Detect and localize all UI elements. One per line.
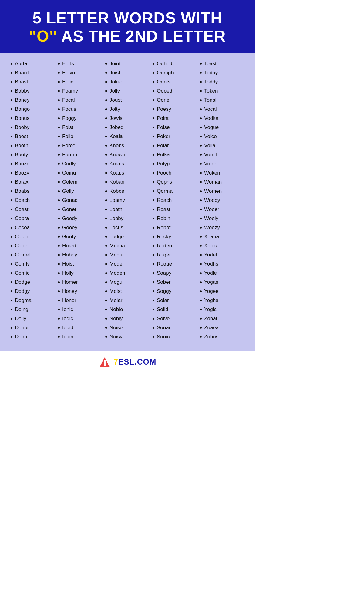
word-text: Yoghs xyxy=(204,297,218,304)
bullet-icon xyxy=(11,272,12,274)
word-item: Koala xyxy=(105,132,150,141)
word-text: Toast xyxy=(204,61,217,67)
word-text: Voter xyxy=(204,161,216,167)
word-text: Poise xyxy=(157,124,170,131)
word-item: Homer xyxy=(58,278,102,287)
word-text: Eorls xyxy=(62,61,74,67)
word-text: Sonar xyxy=(157,325,170,331)
word-item: Molar xyxy=(105,296,150,305)
word-text: Honor xyxy=(62,297,76,304)
word-text: Koaps xyxy=(110,170,124,176)
bullet-icon xyxy=(11,309,12,310)
word-text: Homer xyxy=(62,279,78,285)
bullet-icon xyxy=(105,81,107,83)
bullet-icon xyxy=(200,117,202,119)
word-text: Yodle xyxy=(204,270,217,276)
word-item: Moist xyxy=(105,287,150,296)
word-item: Godly xyxy=(58,159,102,168)
column-1: AortaBoardBoastBobbyBoneyBongoBonusBooby… xyxy=(9,59,56,341)
word-text: Booze xyxy=(15,161,29,167)
word-text: Moist xyxy=(110,288,122,294)
word-item: Sonic xyxy=(153,332,197,341)
word-text: Oonts xyxy=(157,79,170,85)
word-item: Solid xyxy=(153,305,197,314)
word-item: Force xyxy=(58,141,102,150)
bullet-icon xyxy=(11,199,12,201)
word-text: Mogul xyxy=(110,279,123,285)
word-item: Vodka xyxy=(200,114,244,123)
word-item: Bonus xyxy=(11,114,55,123)
bullet-icon xyxy=(11,145,12,147)
word-text: Tonal xyxy=(204,97,217,103)
word-item: Robot xyxy=(153,223,197,232)
word-text: Yodel xyxy=(204,252,217,258)
word-text: Modem xyxy=(110,270,127,276)
word-item: Poker xyxy=(153,132,197,141)
bullet-icon xyxy=(58,99,60,101)
word-text: Foist xyxy=(62,124,73,131)
word-text: Bonus xyxy=(15,115,29,121)
word-text: Bongo xyxy=(15,106,30,112)
bullet-icon xyxy=(153,108,154,110)
word-text: Loath xyxy=(110,206,123,212)
column-5: ToastTodayToddyTokenTonalVocalVodkaVogue… xyxy=(198,59,246,341)
word-item: Wooer xyxy=(200,205,244,214)
bullet-icon xyxy=(153,145,154,147)
bullet-icon xyxy=(105,263,107,265)
word-item: Oohed xyxy=(153,59,197,68)
bullet-icon xyxy=(153,72,154,74)
bullet-icon xyxy=(200,90,202,92)
word-item: Woken xyxy=(200,168,244,178)
bullet-icon xyxy=(200,127,202,128)
word-item: Dolly xyxy=(11,314,55,323)
bullet-icon xyxy=(11,172,12,174)
bullet-icon xyxy=(105,327,107,329)
word-item: Doing xyxy=(11,305,55,314)
bullet-icon xyxy=(153,172,154,174)
word-item: Donor xyxy=(11,323,55,332)
word-item: Robin xyxy=(153,214,197,223)
word-item: Oonts xyxy=(153,77,197,86)
bullet-icon xyxy=(58,72,60,74)
word-text: Modal xyxy=(110,252,123,258)
bullet-icon xyxy=(58,63,60,65)
column-3: JointJoistJokerJollyJoustJoltyJowlsJobed… xyxy=(104,59,151,341)
word-text: Dolly xyxy=(15,316,26,322)
word-text: Yodhs xyxy=(204,261,218,267)
word-item: Joint xyxy=(105,59,150,68)
bullet-icon xyxy=(200,218,202,219)
bullet-icon xyxy=(200,327,202,329)
bullet-icon xyxy=(11,227,12,229)
word-item: Booty xyxy=(11,150,55,159)
word-item: Soggy xyxy=(153,287,197,296)
word-text: Joker xyxy=(110,79,122,85)
bullet-icon xyxy=(153,218,154,219)
bullet-icon xyxy=(153,181,154,183)
bullet-icon xyxy=(58,309,60,310)
word-text: Molar xyxy=(110,297,123,304)
word-text: Poesy xyxy=(157,106,171,112)
bullet-icon xyxy=(58,90,60,92)
word-text: Forum xyxy=(62,152,77,158)
word-item: Token xyxy=(200,86,244,96)
word-text: Toddy xyxy=(204,79,218,85)
bullet-icon xyxy=(153,236,154,238)
word-item: Solar xyxy=(153,296,197,305)
bullet-icon xyxy=(200,309,202,310)
word-text: Dogma xyxy=(15,297,32,304)
word-text: Mocha xyxy=(110,243,125,249)
word-item: Vomit xyxy=(200,150,244,159)
word-item: Known xyxy=(105,150,150,159)
word-text: Roger xyxy=(157,252,171,258)
word-text: Board xyxy=(15,70,29,76)
word-item: Aorta xyxy=(11,59,55,68)
bullet-icon xyxy=(153,99,154,101)
word-item: Tonal xyxy=(200,96,244,105)
bullet-icon xyxy=(11,245,12,247)
bullet-icon xyxy=(153,117,154,119)
bullet-icon xyxy=(58,227,60,229)
word-item: Yogas xyxy=(200,278,244,287)
word-item: Boabs xyxy=(11,187,55,196)
bullet-icon xyxy=(200,63,202,65)
word-item: Woody xyxy=(200,196,244,205)
